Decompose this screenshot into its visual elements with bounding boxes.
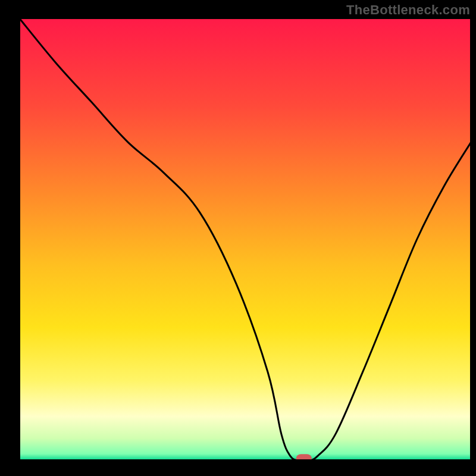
gradient-background: [19, 18, 471, 461]
bottleneck-chart: [0, 0, 476, 476]
chart-container: TheBottleneck.com: [0, 0, 476, 476]
watermark-text: TheBottleneck.com: [346, 2, 470, 18]
